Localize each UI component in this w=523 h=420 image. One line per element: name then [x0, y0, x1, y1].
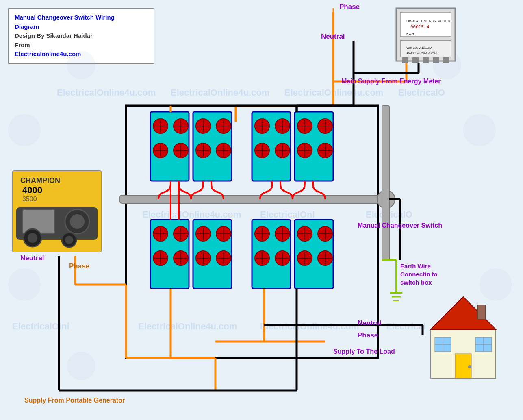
svg-point-193: [468, 365, 471, 368]
svg-point-14: [67, 51, 95, 79]
main-supply-label: Main Supply From Energy Meter: [341, 78, 441, 85]
wiring-diagram: ElectricalOnline4u.com ElectricalOnline4…: [0, 0, 523, 420]
svg-point-189: [65, 236, 73, 244]
svg-text:CHAMPION: CHAMPION: [20, 176, 60, 185]
svg-text:ElectricalOnl: ElectricalOnl: [260, 209, 315, 220]
svg-point-13: [8, 268, 41, 301]
earth-label2: Connectin to: [400, 271, 438, 278]
earth-label1: Earth Wire: [400, 263, 431, 270]
neutral-top-label: Neutral: [321, 33, 345, 40]
svg-point-185: [70, 214, 85, 229]
svg-text:Var: 200V  121.5V: Var: 200V 121.5V: [406, 46, 432, 50]
svg-text:ElectricalO: ElectricalO: [398, 87, 445, 98]
svg-rect-172: [433, 57, 439, 63]
changeover-label: Manual Changeover Switch: [358, 222, 442, 229]
svg-text:ElectricalOlni: ElectricalOlni: [12, 321, 69, 331]
svg-text:100A  4CTH00-JAP14: 100A 4CTH00-JAP14: [406, 51, 438, 54]
supply-load-label: Supply To The Load: [333, 348, 395, 355]
svg-text:DIGITAL ENERGY METER: DIGITAL ENERGY METER: [406, 19, 451, 23]
svg-text:ElectricalOnline4u.com: ElectricalOnline4u.com: [142, 209, 241, 220]
svg-text:4000: 4000: [22, 185, 42, 195]
neutral-bottom-label: Neutral: [358, 319, 382, 327]
svg-point-187: [28, 233, 37, 243]
phase-bottom-label: Phase: [358, 331, 378, 339]
svg-point-16: [480, 268, 512, 301]
svg-text:KWH: KWH: [406, 32, 414, 35]
neutral-gen-label: Neutral: [20, 254, 44, 262]
svg-rect-29: [382, 106, 389, 260]
phase-gen-label: Phase: [69, 262, 89, 270]
svg-text:ElectricalOnline4u.com: ElectricalOnline4u.com: [171, 87, 269, 98]
svg-point-15: [463, 114, 496, 146]
svg-point-18: [67, 352, 95, 380]
svg-rect-173: [443, 57, 449, 63]
svg-point-12: [8, 114, 41, 146]
phase-top-label: Phase: [339, 3, 360, 11]
svg-text:3500: 3500: [22, 196, 37, 202]
svg-text:ElectricalOnline4u.com: ElectricalOnline4u.com: [57, 87, 156, 98]
svg-rect-169: [402, 57, 408, 63]
supply-gen-label: Supply From Portable Generator: [24, 397, 125, 404]
svg-rect-200: [477, 305, 486, 319]
svg-text:ElectricalOnline4u.com: ElectricalOnline4u.com: [138, 321, 237, 331]
earth-label3: switch box: [400, 279, 432, 286]
svg-rect-171: [423, 57, 429, 63]
svg-rect-170: [412, 57, 419, 63]
svg-text:00015.4: 00015.4: [410, 24, 430, 30]
